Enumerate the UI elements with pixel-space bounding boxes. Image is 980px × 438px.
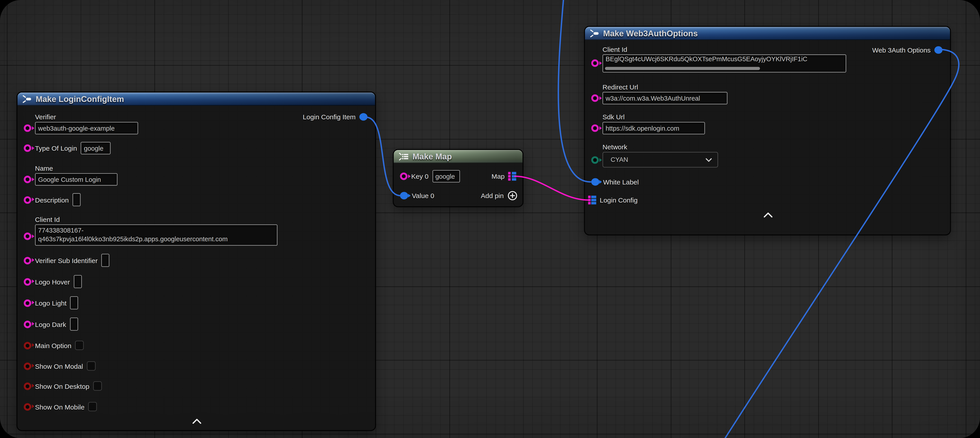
pin-label-verifier-sub-identifier: Verifier Sub Identifier (35, 256, 98, 264)
sdk-url-input[interactable]: https://sdk.openlogin.com (602, 122, 705, 134)
client-id-value: BEglQSgt4cUWcj6SKRdu5QkOXTsePmMcusG5EAoy… (606, 56, 808, 62)
show-on-desktop-checkbox[interactable] (93, 381, 102, 390)
pin-row-main-option: Main Option (24, 340, 84, 351)
make-map-icon (399, 153, 409, 161)
pin-logo-light[interactable] (24, 299, 31, 307)
key0-input[interactable]: google (432, 170, 460, 183)
type-of-login-input[interactable]: google (81, 142, 111, 154)
network-selected-value: CYAN (611, 156, 628, 163)
pin-client-id[interactable] (24, 233, 31, 240)
pin-label-type-of-login: Type Of Login (35, 145, 77, 152)
client-id-input[interactable]: 774338308167- q463s7kpvja16l4l0kko3nb925… (35, 225, 277, 245)
pin-label-client-id: Client Id (602, 46, 627, 53)
pin-label-client-id: Client Id (35, 216, 60, 223)
pin-label-verifier: Verifier (35, 113, 56, 121)
pin-map-output[interactable] (509, 172, 516, 180)
logo-light-input[interactable] (70, 296, 78, 309)
client-id-line2: q463s7kpvja16l4l0kko3nb925ikds2p.apps.go… (38, 235, 228, 244)
pin-row-login-config-item-output: Login Config Item (302, 111, 368, 123)
pin-show-on-desktop[interactable] (24, 382, 31, 390)
verifier-sub-identifier-input[interactable] (102, 254, 110, 267)
pin-label-logo-light: Logo Light (35, 299, 67, 307)
pin-value0[interactable] (400, 192, 408, 199)
pin-row-value0: Value 0 (400, 189, 434, 202)
pin-white-label[interactable] (591, 178, 600, 186)
pin-label-login-config-item: Login Config Item (302, 113, 356, 121)
client-id-input[interactable]: BEglQSgt4cUWcj6SKRdu5QkOXTsePmMcusG5EAoy… (602, 54, 846, 72)
node-header-make-web3authoptions[interactable]: Make Web3AuthOptions (585, 27, 950, 40)
pin-row-sdk-url: Sdk Url https://sdk.openlogin.com (591, 113, 705, 134)
node-header-make-loginconfigitem[interactable]: Make LoginConfigItem (18, 92, 375, 106)
node-make-map[interactable]: Make Map Key 0 google Map Value 0 Add pi… (394, 150, 522, 206)
logo-hover-input[interactable] (74, 275, 82, 288)
node-make-loginconfigitem[interactable]: Make LoginConfigItem Verifier web3auth-g… (18, 92, 375, 430)
pin-row-logo-hover: Logo Hover (24, 274, 82, 289)
pin-sdk-url[interactable] (591, 124, 599, 132)
logo-dark-input[interactable] (70, 318, 78, 331)
show-on-mobile-checkbox[interactable] (88, 402, 97, 411)
chevron-down-icon (706, 158, 712, 162)
pin-label-show-on-mobile: Show On Mobile (35, 403, 84, 410)
pin-label-logo-dark: Logo Dark (35, 320, 66, 328)
name-input[interactable]: Google Custom Login (35, 173, 118, 186)
pin-row-verifier-sub-identifier: Verifier Sub Identifier (24, 253, 110, 268)
main-option-checkbox[interactable] (75, 341, 84, 350)
client-id-scrollbar[interactable] (605, 67, 760, 70)
pin-row-key0: Key 0 google (400, 169, 460, 183)
pin-verifier-sub-identifier[interactable] (24, 256, 31, 264)
pin-row-show-on-mobile: Show On Mobile (24, 401, 97, 412)
pin-redirect-url[interactable] (591, 94, 599, 102)
make-struct-icon (22, 95, 32, 103)
pin-type-of-login[interactable] (24, 145, 31, 152)
pin-label-name: Name (35, 164, 53, 172)
add-pin-label: Add pin (481, 192, 504, 199)
pin-row-login-config: Login Config (588, 193, 638, 207)
pin-show-on-modal[interactable] (24, 362, 31, 370)
verifier-input[interactable]: web3auth-google-example (35, 122, 138, 134)
pin-row-web3auth-options-output: Web 3Auth Options (872, 45, 943, 55)
pin-label-key0: Key 0 (411, 172, 429, 180)
node-header-make-map[interactable]: Make Map (394, 150, 522, 163)
add-pin-icon (508, 191, 518, 201)
make-struct-icon (590, 29, 599, 38)
redirect-url-input[interactable]: w3a://com.w3a.Web3AuthUnreal (602, 92, 727, 104)
pin-label-login-config: Login Config (600, 196, 638, 204)
pin-login-config[interactable] (588, 196, 596, 204)
pin-row-name: Name Google Custom Login (24, 164, 118, 186)
node-make-web3authoptions[interactable]: Make Web3AuthOptions Web 3Auth Options C… (585, 27, 950, 234)
client-id-line1: 774338308167- (38, 226, 84, 235)
node-title: Make Map (412, 152, 452, 161)
pin-description[interactable] (24, 196, 31, 204)
node-title: Make LoginConfigItem (36, 94, 124, 104)
pin-row-verifier: Verifier web3auth-google-example (24, 113, 138, 134)
show-on-modal-checkbox[interactable] (87, 361, 95, 371)
pin-client-id[interactable] (591, 59, 599, 67)
pin-label-show-on-modal: Show On Modal (35, 362, 83, 370)
network-dropdown[interactable]: CYAN (602, 152, 718, 167)
pin-network[interactable] (591, 156, 599, 164)
pin-logo-hover[interactable] (24, 278, 31, 285)
pin-label-web3auth-options: Web 3Auth Options (872, 46, 931, 54)
description-input[interactable] (73, 193, 81, 206)
pin-logo-dark[interactable] (24, 320, 31, 328)
pin-main-option[interactable] (24, 342, 31, 349)
pin-show-on-mobile[interactable] (24, 403, 31, 410)
pin-row-type-of-login: Type Of Login google (24, 141, 111, 155)
pin-key0[interactable] (400, 172, 408, 180)
blueprint-graph-canvas[interactable]: Make LoginConfigItem Verifier web3auth-g… (0, 0, 980, 438)
collapse-chevron-icon[interactable] (192, 419, 201, 424)
pin-row-map-output: Map (492, 171, 516, 182)
pin-web3auth-options-output[interactable] (934, 46, 943, 54)
pin-row-show-on-desktop: Show On Desktop (24, 381, 102, 391)
pin-verifier[interactable] (24, 124, 31, 132)
pin-label-value0: Value 0 (412, 192, 434, 199)
pin-label-white-label: White Label (603, 178, 639, 186)
pin-row-redirect-url: Redirect Url w3a://com.w3a.Web3AuthUnrea… (591, 83, 727, 104)
pin-label-description: Description (35, 196, 69, 204)
pin-login-config-item-output[interactable] (360, 113, 368, 121)
wire-map-to-login-config[interactable] (515, 176, 588, 200)
pin-name[interactable] (24, 175, 31, 183)
pin-label-show-on-desktop: Show On Desktop (35, 382, 89, 390)
add-pin-button[interactable]: Add pin (481, 190, 518, 201)
collapse-chevron-icon[interactable] (764, 213, 772, 217)
